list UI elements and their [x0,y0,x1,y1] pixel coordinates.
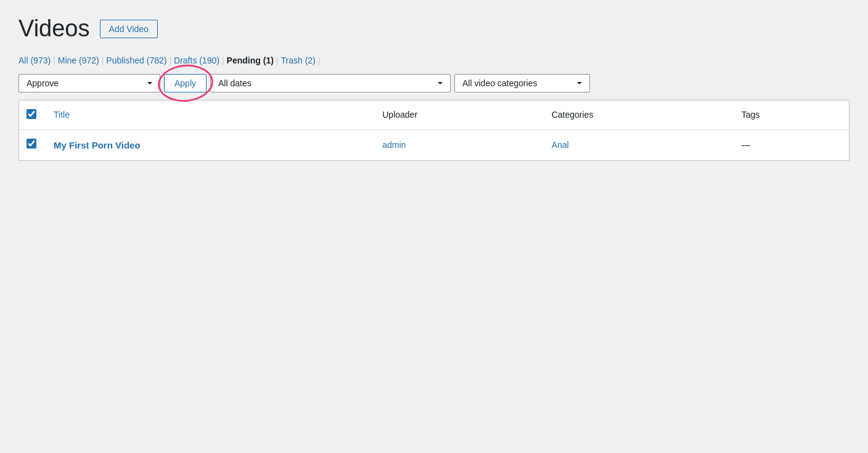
sep-2: | [102,55,104,65]
select-all-cell [19,100,44,130]
filter-drafts[interactable]: Drafts (190) [174,55,219,65]
video-categories[interactable]: Anal [542,129,732,160]
table-header-row: Title Uploader Categories Tags [19,100,849,130]
filter-published[interactable]: Published (782) [106,55,166,65]
video-uploader[interactable]: admin [372,129,541,160]
filter-trash[interactable]: Trash (2) [280,55,315,65]
video-tags: — [732,129,849,160]
row-checkbox-cell [19,129,44,160]
select-all-checkbox[interactable] [27,109,36,119]
videos-table-container: Title Uploader Categories Tags My First … [18,100,850,161]
row-checkbox[interactable] [27,139,36,149]
col-header-uploader: Uploader [372,100,541,130]
col-header-tags: Tags [732,100,849,130]
table-row: My First Porn Video admin Anal — [19,129,849,160]
page-title: Videos [18,15,90,43]
apply-button-wrapper: Apply [164,74,207,92]
videos-table: Title Uploader Categories Tags My First … [19,100,849,160]
add-video-button[interactable]: Add Video [100,20,158,38]
filter-pending[interactable]: Pending (1) [227,55,274,65]
filter-links-bar: All (973) | Mine (972) | Published (782)… [18,55,850,65]
sep-4: | [222,55,224,65]
video-title[interactable]: My First Porn Video [44,129,372,160]
filter-all[interactable]: All (973) [18,55,51,65]
sep-1: | [53,55,55,65]
sep-3: | [169,55,171,65]
col-header-title[interactable]: Title [44,100,372,130]
apply-button[interactable]: Apply [164,74,207,92]
bulk-action-select[interactable]: Approve Delete Edit [18,74,160,92]
dates-select[interactable]: All dates [210,74,451,92]
sep-5: | [276,55,279,65]
filter-mine[interactable]: Mine (972) [58,55,99,65]
col-header-categories: Categories [542,100,732,130]
sep-6: | [318,55,321,65]
toolbar: Approve Delete Edit Apply All dates All … [18,74,850,92]
page-header: Videos Add Video [18,15,850,43]
categories-select[interactable]: All video categories [454,74,590,92]
